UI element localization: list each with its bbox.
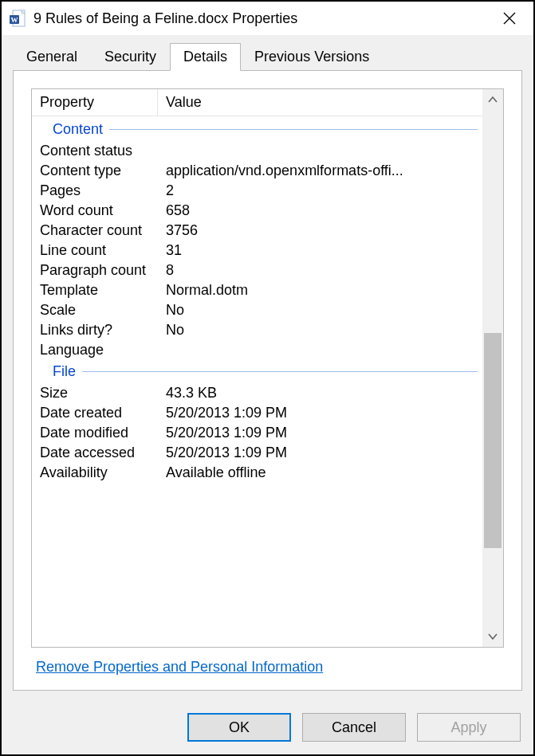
tab-details[interactable]: Details — [170, 43, 241, 71]
property-value: 5/20/2013 1:09 PM — [166, 405, 482, 421]
vertical-scrollbar[interactable] — [482, 89, 503, 647]
property-name: Scale — [32, 302, 166, 319]
scroll-thumb[interactable] — [484, 333, 502, 548]
tab-general[interactable]: General — [13, 43, 91, 71]
ok-button[interactable]: OK — [187, 713, 291, 742]
property-row[interactable]: ScaleNo — [32, 300, 482, 320]
property-row[interactable]: Links dirty?No — [32, 320, 482, 340]
chevron-up-icon — [488, 96, 498, 103]
property-row[interactable]: TemplateNormal.dotm — [32, 280, 482, 300]
group-header-file[interactable]: File — [32, 360, 482, 383]
property-name: Line count — [32, 242, 166, 259]
property-name: Size — [32, 385, 166, 402]
property-row[interactable]: Line count31 — [32, 241, 482, 260]
property-name: Word count — [32, 202, 166, 219]
group-divider — [82, 371, 478, 372]
group-divider — [109, 129, 478, 130]
property-value: 5/20/2013 1:09 PM — [166, 425, 482, 441]
scroll-down-button[interactable] — [482, 626, 503, 647]
group-header-content[interactable]: Content — [32, 118, 482, 141]
tab-security[interactable]: Security — [91, 43, 170, 71]
titlebar: W 9 Rules of Being a Feline.docx Propert… — [2, 2, 533, 35]
property-row[interactable]: AvailabilityAvailable offline — [32, 463, 482, 483]
close-icon — [503, 12, 516, 25]
property-value: Normal.dotm — [166, 282, 482, 299]
property-name: Availability — [32, 464, 166, 481]
group-label: Content — [53, 121, 103, 138]
property-name: Content status — [32, 143, 166, 159]
property-value — [166, 143, 482, 159]
property-value: 3756 — [166, 222, 482, 239]
property-name: Date accessed — [32, 445, 166, 461]
property-name: Template — [32, 282, 166, 299]
property-name: Links dirty? — [32, 322, 166, 339]
content-area: General Security Details Previous Versio… — [2, 35, 533, 702]
property-value: 31 — [166, 242, 482, 259]
tab-bar: General Security Details Previous Versio… — [13, 43, 522, 71]
property-row[interactable]: Paragraph count8 — [32, 260, 482, 280]
list-content: Property Value Content Content status Co… — [32, 89, 482, 647]
remove-properties-link[interactable]: Remove Properties and Personal Informati… — [36, 659, 323, 675]
details-panel: Property Value Content Content status Co… — [13, 70, 522, 691]
scroll-up-button[interactable] — [482, 89, 503, 110]
property-value: No — [166, 322, 482, 339]
close-button[interactable] — [494, 6, 525, 30]
property-name: Content type — [32, 163, 166, 179]
property-name: Character count — [32, 222, 166, 239]
button-bar: OK Cancel Apply — [2, 702, 533, 754]
property-row[interactable]: Content status — [32, 141, 482, 161]
property-name: Language — [32, 342, 166, 358]
properties-list: Property Value Content Content status Co… — [31, 88, 504, 648]
property-name: Date created — [32, 405, 166, 421]
list-header: Property Value — [32, 89, 482, 116]
property-name: Paragraph count — [32, 262, 166, 279]
property-value: 2 — [166, 182, 482, 199]
column-header-property[interactable]: Property — [32, 89, 158, 116]
property-row[interactable]: Date created5/20/2013 1:09 PM — [32, 403, 482, 423]
window-title: 9 Rules of Being a Feline.docx Propertie… — [33, 10, 494, 27]
property-name: Pages — [32, 182, 166, 199]
properties-dialog: W 9 Rules of Being a Feline.docx Propert… — [2, 2, 533, 754]
link-row: Remove Properties and Personal Informati… — [31, 648, 504, 676]
property-value: 658 — [166, 202, 482, 219]
property-name: Date modified — [32, 425, 166, 441]
property-value: 8 — [166, 262, 482, 279]
property-row[interactable]: Date accessed5/20/2013 1:09 PM — [32, 443, 482, 463]
property-value: 43.3 KB — [166, 385, 482, 402]
chevron-down-icon — [488, 633, 498, 640]
property-value: No — [166, 302, 482, 319]
cancel-button[interactable]: Cancel — [302, 713, 406, 742]
tab-previous-versions[interactable]: Previous Versions — [241, 43, 383, 71]
property-row[interactable]: Size43.3 KB — [32, 383, 482, 403]
apply-button[interactable]: Apply — [417, 713, 521, 742]
group-label: File — [53, 363, 76, 380]
scroll-track[interactable] — [482, 110, 503, 626]
svg-text:W: W — [11, 16, 18, 24]
property-row[interactable]: Word count658 — [32, 201, 482, 221]
property-value: Available offline — [166, 464, 482, 481]
property-value — [166, 342, 482, 358]
word-document-icon: W — [10, 10, 27, 27]
property-value: application/vnd.openxmlformats-offi... — [166, 163, 482, 179]
property-row[interactable]: Date modified5/20/2013 1:09 PM — [32, 423, 482, 443]
property-row[interactable]: Character count3756 — [32, 221, 482, 241]
list-body: Content Content status Content typeappli… — [32, 116, 482, 486]
property-row[interactable]: Content typeapplication/vnd.openxmlforma… — [32, 161, 482, 181]
column-header-value[interactable]: Value — [158, 89, 482, 116]
property-row[interactable]: Language — [32, 340, 482, 360]
property-row[interactable]: Pages2 — [32, 181, 482, 201]
property-value: 5/20/2013 1:09 PM — [166, 445, 482, 461]
